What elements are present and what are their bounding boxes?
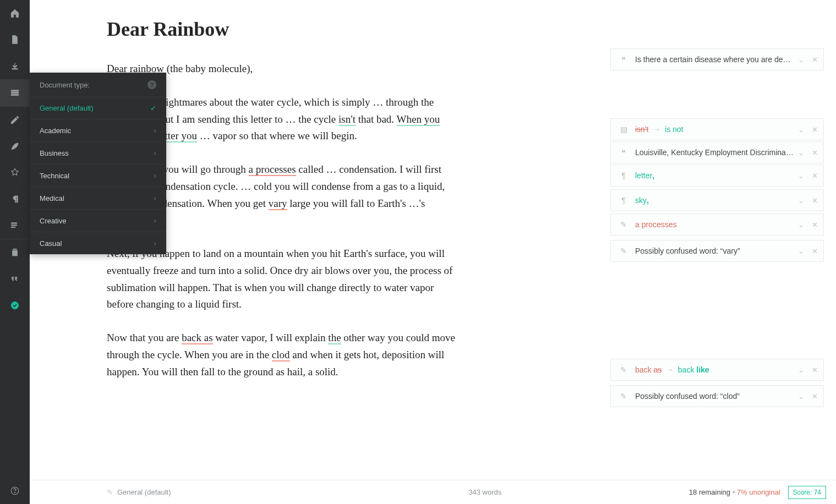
feather-icon: ✎	[619, 220, 629, 229]
close-icon[interactable]: ✕	[812, 149, 818, 157]
chevron-right-icon: ›	[154, 239, 156, 248]
doc-type-creative[interactable]: Creative›	[30, 209, 166, 232]
svg-point-2	[14, 492, 15, 494]
chevron-down-icon[interactable]: ⌄	[798, 172, 804, 180]
close-icon[interactable]: ✕	[812, 392, 818, 401]
feather-icon: ✎	[619, 365, 629, 375]
close-icon[interactable]: ✕	[812, 56, 818, 64]
suggestion-card[interactable]: ❝ Louisville, Kentucky Employment Discri…	[610, 141, 824, 163]
dropdown-header: Document type: ?	[30, 73, 166, 97]
quote-icon: ❝	[619, 54, 629, 64]
status-unoriginal: 7% unoriginal	[737, 488, 780, 496]
suggestion-text: sky,	[635, 196, 794, 205]
doc-type-casual[interactable]: Casual›	[30, 232, 166, 254]
close-icon[interactable]: ✕	[812, 125, 818, 134]
close-icon[interactable]: ✕	[812, 172, 818, 180]
close-icon[interactable]: ✕	[812, 247, 818, 255]
status-score[interactable]: Score: 74	[788, 486, 826, 499]
status-remaining: 18 remaining	[689, 488, 730, 496]
chevron-right-icon: ›	[154, 216, 156, 225]
quote-icon[interactable]	[0, 266, 30, 292]
svg-point-0	[11, 302, 19, 309]
paragraph-icon: ¶	[619, 171, 629, 180]
doc-type-medical[interactable]: Medical›	[30, 187, 166, 209]
chevron-right-icon: ›	[154, 171, 156, 180]
close-icon[interactable]: ✕	[812, 366, 818, 374]
chevron-down-icon[interactable]: ⌄	[798, 247, 804, 255]
chevron-down-icon[interactable]: ⌄	[798, 196, 804, 205]
chevron-right-icon: ›	[154, 149, 156, 157]
suggestion-card[interactable]: ▤ isn't → is not ⌄✕	[610, 118, 824, 140]
document-title: Dear Rainbow	[107, 18, 588, 41]
suggestion-text: a processes	[635, 220, 794, 229]
doc-type-general[interactable]: General (default)✓	[30, 97, 166, 119]
doc-type-dropdown: Document type: ? General (default)✓ Acad…	[30, 73, 166, 254]
suggestion-card[interactable]: ✎ Possibly confused word: “vary” ⌄✕	[610, 240, 824, 262]
suggestion-card[interactable]: ✎ Possibly confused word: “clod” ⌄✕	[610, 385, 824, 407]
suggestion-card[interactable]: ✎ a processes ⌄✕	[610, 213, 824, 235]
edit-icon: ✎	[107, 488, 113, 496]
suggestion-text: Possibly confused word: “vary”	[635, 246, 794, 255]
chevron-right-icon: ›	[154, 194, 156, 202]
suggestion-text: letter,	[635, 171, 794, 180]
quote-icon: ❝	[619, 147, 629, 157]
paragraph-icon: ¶	[619, 195, 629, 205]
help-icon[interactable]: ?	[147, 80, 156, 89]
download-icon[interactable]	[0, 53, 30, 79]
suggestion-card[interactable]: ¶ sky, ⌄✕	[610, 189, 824, 211]
chevron-down-icon[interactable]: ⌄	[798, 366, 804, 374]
edit-icon: ✎	[619, 246, 629, 256]
home-icon[interactable]	[0, 0, 30, 26]
paragraph-icon[interactable]	[0, 186, 30, 212]
doc-type-icon[interactable]	[0, 80, 30, 106]
new-doc-icon[interactable]	[0, 26, 30, 53]
doc-type-business[interactable]: Business›	[30, 141, 166, 164]
edit-icon[interactable]	[0, 107, 30, 133]
suggestion-text: Louisville, Kentucky Employment Discrimi…	[635, 148, 794, 157]
chevron-down-icon[interactable]: ⌄	[798, 56, 804, 64]
close-icon[interactable]: ✕	[812, 221, 818, 229]
trash-icon[interactable]	[0, 239, 30, 266]
paragraph: Now that you are back as water vapor, I …	[107, 330, 459, 380]
doc-type-academic[interactable]: Academic›	[30, 119, 166, 141]
suggestion-text: Possibly confused word: “clod”	[635, 392, 794, 401]
doc-type-technical[interactable]: Technical›	[30, 164, 166, 187]
chevron-down-icon[interactable]: ⌄	[798, 149, 804, 157]
document-icon: ▤	[619, 124, 629, 134]
check-icon[interactable]	[0, 292, 30, 319]
suggestion-text: isn't → is not	[635, 125, 794, 134]
chevron-down-icon[interactable]: ⌄	[798, 221, 804, 229]
status-word-count: 343 words	[468, 488, 501, 496]
suggestions-panel: ❝ Is there a certain disease where you a…	[610, 0, 836, 480]
close-icon[interactable]: ✕	[812, 196, 818, 205]
help-icon[interactable]	[0, 478, 30, 504]
sidebar	[0, 0, 30, 504]
suggestion-card[interactable]: ✎ back as → back like ⌄✕	[610, 359, 824, 381]
suggestion-card[interactable]: ¶ letter, ⌄✕	[610, 165, 824, 187]
chevron-down-icon[interactable]: ⌄	[798, 125, 804, 134]
dropdown-header-text: Document type:	[40, 81, 90, 89]
paragraph: Next, if you happen to land on a mountai…	[107, 245, 459, 313]
status-doc-type[interactable]: General (default)	[117, 488, 171, 496]
list-icon[interactable]	[0, 212, 30, 239]
suggestion-text: Is there a certain disease where you are…	[635, 55, 794, 64]
status-bar: ✎ General (default) 343 words 18 remaini…	[30, 480, 836, 504]
suggestion-card[interactable]: ❝ Is there a certain disease where you a…	[610, 48, 824, 70]
chevron-right-icon: ›	[154, 126, 156, 135]
checkmark-icon: ✓	[150, 104, 156, 112]
feather-icon[interactable]	[0, 133, 30, 160]
enhance-icon[interactable]	[0, 160, 30, 186]
chevron-down-icon[interactable]: ⌄	[798, 392, 804, 401]
edit-icon: ✎	[619, 391, 629, 401]
suggestion-text: back as → back like	[635, 365, 794, 374]
